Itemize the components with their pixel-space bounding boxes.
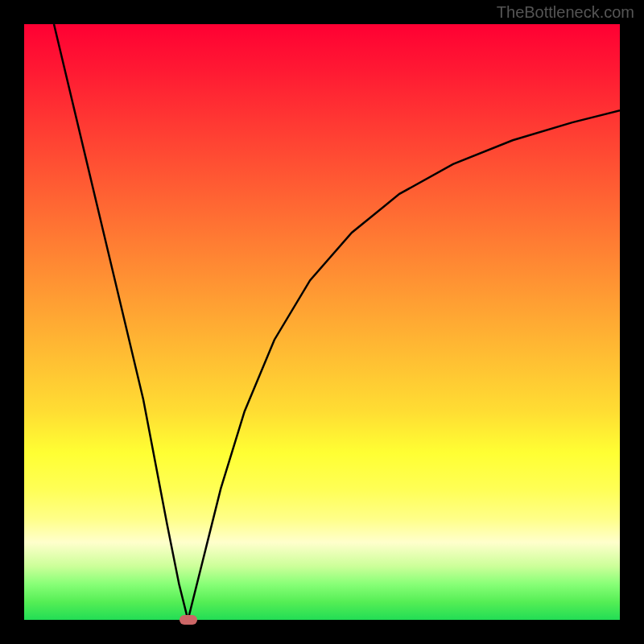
optimal-point-marker [180, 615, 197, 625]
chart-plot-area [24, 24, 620, 620]
bottleneck-curve [54, 24, 620, 620]
watermark-text: TheBottleneck.com [497, 3, 634, 22]
chart-svg [24, 24, 620, 620]
